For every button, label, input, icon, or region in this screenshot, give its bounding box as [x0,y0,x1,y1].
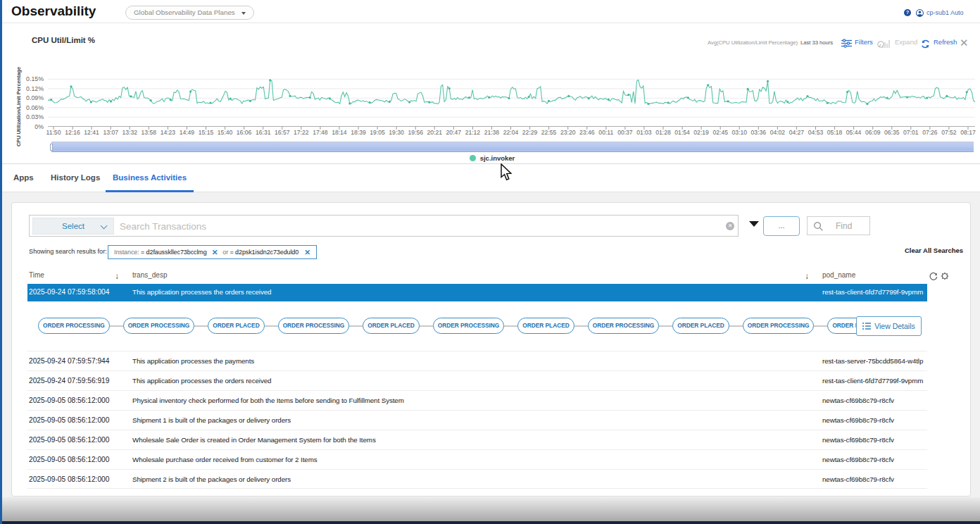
svg-text:0.09%: 0.09% [26,94,44,101]
svg-text:12:41: 12:41 [84,129,99,136]
svg-text:18:14: 18:14 [332,129,347,136]
svg-text:17:48: 17:48 [313,129,328,136]
svg-text:22:55: 22:55 [541,129,557,136]
svg-text:16:57: 16:57 [275,129,290,136]
svg-text:21:38: 21:38 [484,129,500,136]
svg-text:01:03: 01:03 [636,129,652,136]
svg-text:07:26: 07:26 [922,129,938,136]
svg-text:19:05: 19:05 [370,129,385,136]
svg-text:16:06: 16:06 [237,129,252,136]
svg-text:15:40: 15:40 [218,129,233,136]
svg-text:01:28: 01:28 [655,129,671,136]
svg-text:13:58: 13:58 [142,129,157,136]
svg-text:06:35: 06:35 [884,129,900,136]
svg-text:23:46: 23:46 [579,129,595,136]
svg-text:13:07: 13:07 [103,129,118,136]
svg-text:0.03%: 0.03% [26,113,44,120]
svg-text:15:15: 15:15 [199,129,214,136]
svg-text:04:02: 04:02 [770,129,786,136]
svg-text:08:17: 08:17 [960,129,976,136]
svg-text:05:44: 05:44 [846,129,862,136]
svg-text:11:50: 11:50 [46,129,61,136]
svg-text:22:04: 22:04 [503,129,519,136]
svg-text:0.12%: 0.12% [26,85,44,92]
svg-text:0.15%: 0.15% [26,75,44,82]
svg-text:19:56: 19:56 [408,129,423,136]
svg-text:04:53: 04:53 [808,129,824,136]
svg-text:02:45: 02:45 [712,129,728,136]
svg-text:22:29: 22:29 [522,129,538,136]
svg-text:12:16: 12:16 [65,129,80,136]
svg-text:17:22: 17:22 [294,129,309,136]
svg-text:02:19: 02:19 [693,129,709,136]
svg-text:21:12: 21:12 [465,129,481,136]
svg-text:03:36: 03:36 [751,129,767,136]
svg-text:20:47: 20:47 [446,129,462,136]
svg-text:13:32: 13:32 [122,129,137,136]
svg-text:0%: 0% [34,123,44,130]
svg-text:16:31: 16:31 [256,129,271,136]
svg-text:04:27: 04:27 [789,129,805,136]
svg-text:00:37: 00:37 [617,129,633,136]
svg-text:03:10: 03:10 [731,129,747,136]
svg-text:18:39: 18:39 [351,129,366,136]
svg-text:00:11: 00:11 [598,129,613,136]
svg-text:14:23: 14:23 [161,129,176,136]
svg-text:05:18: 05:18 [827,129,843,136]
svg-text:0.06%: 0.06% [26,104,44,111]
svg-text:06:09: 06:09 [865,129,881,136]
svg-text:07:52: 07:52 [941,129,957,136]
svg-text:01:54: 01:54 [674,129,690,136]
svg-text:23:20: 23:20 [560,129,576,136]
svg-text:07:01: 07:01 [903,129,919,136]
svg-text:20:21: 20:21 [427,129,442,136]
svg-text:19:30: 19:30 [389,129,404,136]
svg-text:14:49: 14:49 [180,129,195,136]
